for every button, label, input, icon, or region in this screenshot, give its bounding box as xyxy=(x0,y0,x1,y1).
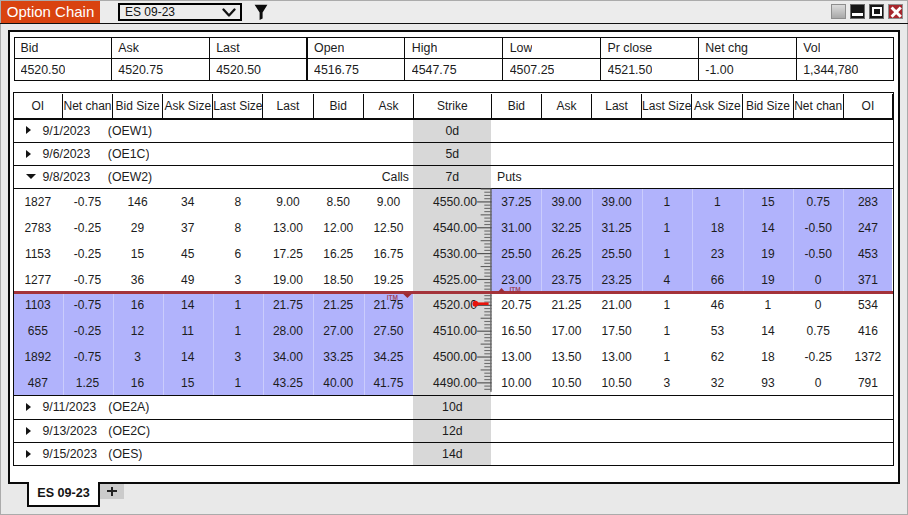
svg-text:ITM: ITM xyxy=(387,294,399,301)
svg-text:ITM: ITM xyxy=(510,286,522,293)
